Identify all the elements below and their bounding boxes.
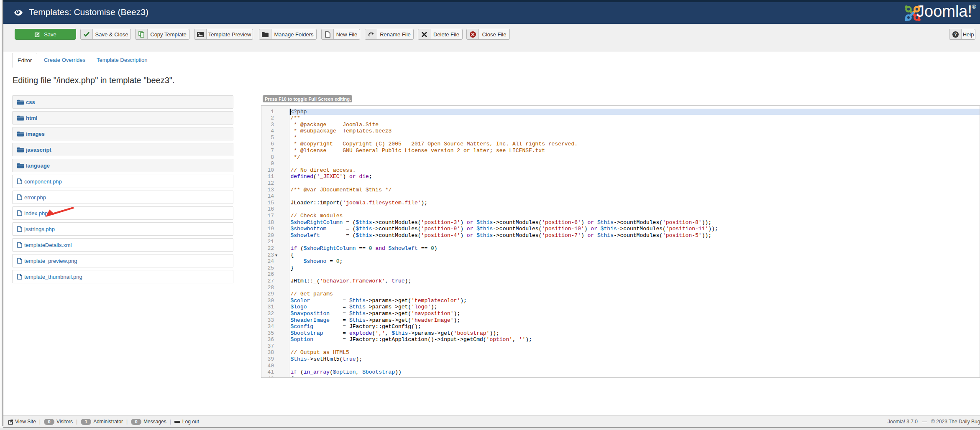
svg-text:?: ? (954, 32, 957, 37)
